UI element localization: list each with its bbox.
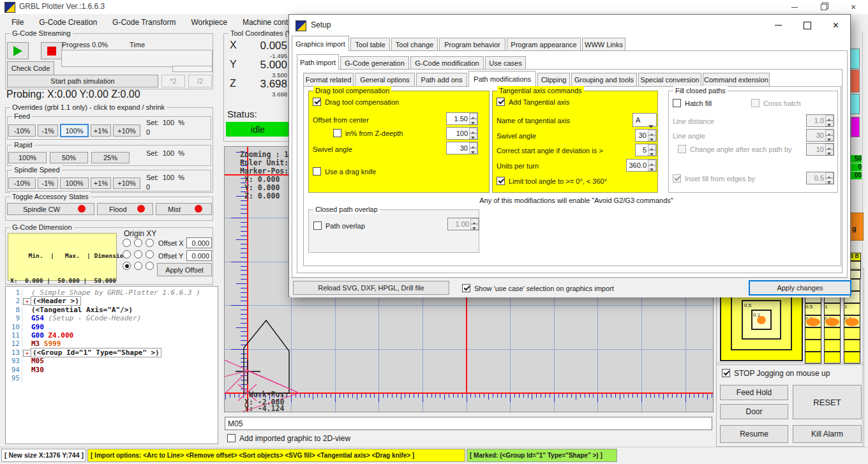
tab-use-cases[interactable]: Use cases: [485, 56, 526, 70]
editor-line[interactable]: 11G00 Z4.000: [6, 331, 218, 340]
editor-line[interactable]: 1( Simple Shape by GRBL-Plotter 1.6.6.3 …: [6, 288, 218, 297]
door-button[interactable]: Door: [720, 404, 788, 419]
check-code-button[interactable]: Check Code: [7, 61, 54, 75]
kill-alarm-button[interactable]: Kill Alarm: [793, 425, 862, 443]
dialog-titlebar[interactable]: Setup ×: [289, 15, 850, 36]
fold-expand-icon[interactable]: +: [23, 298, 31, 305]
speed-x2-button[interactable]: *2: [161, 75, 185, 87]
apply-changes-button[interactable]: Apply changes: [749, 280, 851, 296]
tab-format-related[interactable]: Format related: [303, 73, 354, 87]
editor-line[interactable]: 94M30: [6, 366, 218, 374]
menu-gcode-transform[interactable]: G-Code Transform: [105, 18, 183, 27]
origin-top-left-radio[interactable]: [123, 239, 131, 247]
spindle-plus10-button[interactable]: +10%: [113, 177, 140, 189]
rapid-50-button[interactable]: 50%: [50, 152, 88, 163]
jog-col2-cell[interactable]: 1: [824, 303, 841, 315]
editor-line[interactable]: 9G54 (Setup - GCode-Header): [6, 314, 218, 322]
minimize-icon[interactable]: [780, 0, 809, 14]
tab-program-behavior[interactable]: Program behavior: [439, 38, 505, 51]
origin-bottom-left-radio[interactable]: [123, 262, 131, 270]
dialog-minimize-icon[interactable]: [764, 15, 793, 36]
tab-path-modifications[interactable]: Path modifications: [468, 71, 536, 87]
menu-workpiece[interactable]: Workpiece: [183, 18, 234, 27]
rapid-100-button[interactable]: 100%: [8, 152, 47, 163]
tab-path-import[interactable]: Path import: [297, 54, 339, 70]
tab-command-extension[interactable]: Command extension: [703, 73, 770, 87]
apply-offset-button[interactable]: Apply Offset: [157, 263, 212, 276]
speed-div2-button[interactable]: /2: [188, 75, 212, 87]
editor-line[interactable]: 95: [6, 374, 218, 382]
editor-line[interactable]: 8(<Tangential Axis="A"/>): [6, 306, 218, 314]
spindle-minus10-button[interactable]: -10%: [8, 177, 36, 189]
editor-line[interactable]: 12M3 S999: [6, 340, 218, 348]
restore-icon[interactable]: [809, 0, 839, 14]
origin-bottom-right-radio[interactable]: [146, 262, 154, 270]
gcode-editor[interactable]: 1( Simple Shape by GRBL-Plotter 1.6.6.3 …: [5, 286, 218, 444]
feed-plus10-button[interactable]: +10%: [113, 124, 140, 137]
feed-plus1-button[interactable]: +1%: [91, 124, 111, 137]
jog-col3-cell[interactable]: 1: [844, 303, 860, 315]
tab-tool-change[interactable]: Tool change: [391, 38, 438, 51]
feed-100-button[interactable]: 100%: [60, 124, 89, 137]
jog-col1-cell[interactable]: [805, 327, 821, 340]
dialog-close-icon[interactable]: ×: [821, 15, 850, 36]
editor-line[interactable]: 13+(<Group Id="1" Type="Shape" >): [6, 348, 218, 357]
show-usecase-checkbox[interactable]: [462, 284, 470, 292]
fold-expand-icon[interactable]: +: [23, 350, 31, 357]
jog-col2-cell[interactable]: [824, 340, 841, 352]
start-stream-button[interactable]: [7, 42, 29, 59]
tab-gcode-generation[interactable]: G-Code generation: [340, 56, 409, 70]
jog-col1-cell[interactable]: [805, 340, 821, 352]
tab-path-add-ons[interactable]: Path add ons: [416, 73, 467, 87]
menu-file[interactable]: File: [4, 18, 31, 27]
tab-tool-table[interactable]: Tool table: [350, 38, 390, 51]
tab-general-options[interactable]: General options: [355, 73, 415, 87]
jog-slider-red[interactable]: [850, 70, 860, 93]
joystick-button[interactable]: g: [850, 213, 864, 241]
jog-col3-cell[interactable]: [844, 327, 860, 340]
tab-program-appearance[interactable]: Program appearance: [507, 38, 581, 51]
offset-x-field[interactable]: 0.000: [186, 237, 212, 248]
jog-col2-cell[interactable]: [824, 327, 841, 340]
origin-mid-right-radio[interactable]: [146, 250, 154, 258]
spindle-100-button[interactable]: 100%: [60, 177, 89, 189]
add-graphic-checkbox[interactable]: [227, 434, 236, 442]
close-icon[interactable]: ×: [839, 0, 868, 14]
feed-hold-button[interactable]: Feed Hold: [720, 385, 788, 400]
editor-line[interactable]: 93M05: [6, 357, 218, 365]
jog-col1-handle-icon[interactable]: [806, 318, 820, 326]
offset-y-field[interactable]: 0.000: [186, 250, 212, 261]
reset-button[interactable]: RESET: [793, 385, 862, 419]
origin-top-center-radio[interactable]: [134, 239, 142, 247]
tab-clipping[interactable]: Clipping: [537, 73, 570, 87]
stop-stream-button[interactable]: [41, 42, 63, 59]
origin-top-right-radio[interactable]: [146, 239, 154, 247]
jog-col3-cell[interactable]: [844, 340, 860, 352]
rapid-25-button[interactable]: 25%: [91, 152, 130, 163]
feed-minus1-button[interactable]: -1%: [38, 124, 58, 137]
jog-col2-handle-icon[interactable]: [825, 318, 839, 326]
tab-special-conversion[interactable]: Special conversion: [638, 73, 701, 87]
jog-slider-cyan-1[interactable]: [850, 49, 860, 69]
origin-mid-left-radio[interactable]: [123, 250, 131, 258]
command-input[interactable]: M05: [225, 417, 712, 430]
editor-line[interactable]: 2+(<Header >): [6, 297, 218, 305]
jog-slider-cyan-2[interactable]: [850, 94, 860, 114]
jog-col1-cell[interactable]: 0.5: [805, 303, 821, 315]
stop-jogging-checkbox[interactable]: [722, 369, 730, 377]
origin-bottom-center-radio[interactable]: [134, 262, 142, 270]
start-path-simulation-button[interactable]: Start path simulation: [7, 75, 158, 87]
menu-gcode-creation[interactable]: G-Code Creation: [31, 18, 105, 27]
tab-gcode-modification[interactable]: G-Code modification: [410, 56, 484, 70]
spindle-plus1-button[interactable]: +1%: [91, 177, 111, 189]
tab-graphics-import[interactable]: Graphics import: [292, 36, 349, 51]
reload-file-button[interactable]: Reload SVG, DXF, HPGL, Drill file: [293, 281, 449, 295]
jog-slider-magenta[interactable]: [851, 117, 860, 137]
spindle-minus1-button[interactable]: -1%: [38, 177, 58, 189]
feed-minus10-button[interactable]: -10%: [8, 124, 36, 137]
jog-pad-center-icon[interactable]: [757, 316, 766, 324]
jog-col3-handle-icon[interactable]: [845, 318, 859, 326]
origin-mid-center-radio[interactable]: [134, 250, 142, 258]
tab-www-links[interactable]: WWW Links: [582, 38, 625, 51]
editor-line[interactable]: 10G90: [6, 323, 218, 331]
